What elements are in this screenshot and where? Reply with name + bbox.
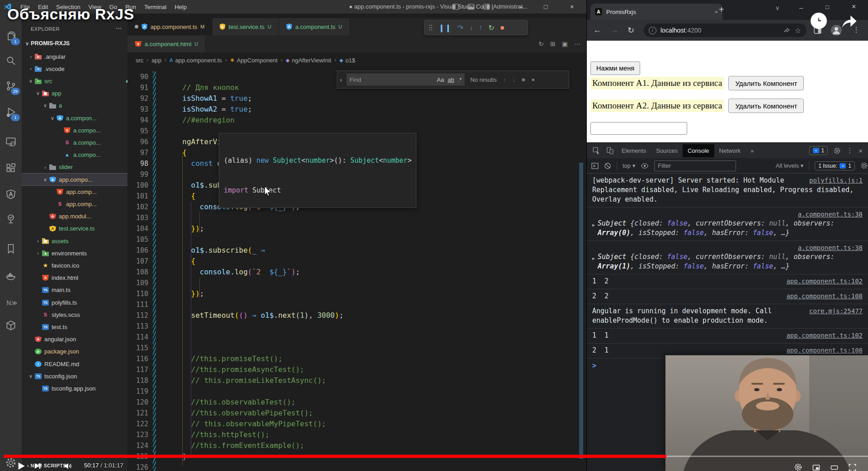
file-tree-item[interactable]: ▲a.compo...: [22, 149, 127, 161]
step-into-icon[interactable]: ↓: [469, 24, 473, 32]
code-line[interactable]: 124 //this.fromEventExample();: [127, 440, 580, 451]
video-progress-bar[interactable]: [4, 455, 666, 458]
click-me-button[interactable]: Нажми меня: [590, 61, 640, 75]
activity-extensions[interactable]: [0, 158, 22, 178]
file-tree-item[interactable]: ›▤assets: [22, 235, 127, 247]
regex-icon[interactable]: .*: [458, 76, 462, 83]
activity-package-explorer[interactable]: [0, 316, 22, 335]
editor-tab-a.component.html[interactable]: 5a.component.htmlU: [127, 35, 206, 52]
file-tree-item[interactable]: ∨Aa.compon...: [22, 112, 127, 124]
file-tree-item[interactable]: iREADME.md: [22, 358, 127, 370]
code-line[interactable]: 121 //this.observablePipeTest();: [127, 408, 580, 419]
address-bar[interactable]: i localhost:4200 ☆: [644, 24, 807, 37]
console-sidebar-icon[interactable]: [591, 162, 599, 170]
devtools-menu-icon[interactable]: ⋮: [846, 146, 853, 155]
code-line[interactable]: 113: [127, 321, 580, 332]
breadcrumb-item-src[interactable]: src: [136, 57, 143, 64]
code-line[interactable]: 123 //this.httpTest();: [127, 429, 580, 440]
timeline-icon[interactable]: ↻: [538, 40, 544, 47]
file-tree-item[interactable]: TStsconfig.app.json: [22, 382, 127, 394]
file-tree-item[interactable]: ∨TStsconfig.json: [22, 370, 127, 382]
devtools-tab-elements[interactable]: Elements: [617, 144, 651, 157]
more-actions-icon[interactable]: ⋯: [574, 40, 580, 47]
code-line[interactable]: 107 {: [127, 256, 580, 267]
log-levels-selector[interactable]: All levels ▾: [776, 162, 803, 169]
context-selector[interactable]: top ▾: [623, 162, 635, 169]
file-tree-item[interactable]: Sapp.comp...: [22, 198, 127, 210]
activity-nx-console[interactable]: N≫: [0, 293, 22, 313]
file-tree-item[interactable]: ∨Aapp.compo...: [22, 174, 127, 185]
delete-component-button[interactable]: Удалить Компонент: [728, 99, 804, 113]
split-editor-icon[interactable]: ⊞: [550, 40, 556, 47]
watch-later-icon[interactable]: [811, 13, 827, 29]
reload-icon[interactable]: ↻: [627, 25, 634, 35]
code-line[interactable]: 115: [127, 343, 580, 353]
file-tree-item[interactable]: 5a.compo...: [22, 124, 127, 136]
layout-customize-icon[interactable]: [483, 3, 490, 10]
file-tree-item[interactable]: ★favicon.ico: [22, 259, 127, 271]
miniplayer-icon[interactable]: [812, 463, 821, 471]
explorer-root-folder[interactable]: ∨PROMIS-RXJS: [22, 38, 127, 49]
breadcrumb-item-ngAfterViewInit[interactable]: ◆ngAfterViewInit: [286, 57, 331, 64]
devtools-tab-console[interactable]: Console: [683, 144, 714, 157]
file-tree-item[interactable]: ∨a●: [22, 100, 127, 112]
devtools-tab-network[interactable]: Network: [714, 144, 746, 157]
menu-help[interactable]: Help: [170, 4, 191, 10]
window-close-button[interactable]: ×: [564, 0, 580, 14]
console-filter-input[interactable]: Filter: [654, 160, 736, 171]
find-close-icon[interactable]: ×: [531, 76, 535, 83]
code-line[interactable]: 105: [127, 234, 580, 245]
expand-arrow-icon[interactable]: ▶: [592, 252, 595, 271]
file-tree-item[interactable]: ›▲environments: [22, 247, 127, 259]
code-line[interactable]: 118 // this.promiseLikeTestAsync();: [127, 375, 580, 386]
file-tree-item[interactable]: ∨‹›src●: [22, 75, 127, 87]
editor-tab-a.component.ts[interactable]: Aa.component.tsU: [279, 18, 350, 35]
code-line[interactable]: 106 o1$.subscribe(_ ⇒: [127, 245, 580, 256]
window-minimize-button[interactable]: –: [514, 0, 529, 14]
file-tree-item[interactable]: Aapp.modul...: [22, 211, 127, 222]
activity-explorer[interactable]: 1: [0, 26, 22, 46]
forward-icon[interactable]: →: [610, 25, 618, 35]
console-messages-badge[interactable]: ▪1: [809, 146, 828, 155]
code-line[interactable]: 111: [127, 299, 580, 310]
console-source-link[interactable]: core.mjs:25477: [809, 306, 863, 316]
activity-source-control[interactable]: 29: [0, 76, 22, 96]
device-toolbar-icon[interactable]: [606, 146, 614, 155]
code-line[interactable]: 94 //#endregion: [127, 115, 580, 126]
file-tree-item[interactable]: Aangular.json: [22, 334, 127, 345]
activity-remote-explorer[interactable]: [0, 132, 22, 152]
activity-docker[interactable]: [0, 266, 22, 286]
code-line[interactable]: 108 console.log(`2 ${_}`);: [127, 267, 580, 278]
code-line[interactable]: 126: [127, 462, 580, 471]
console-source-link[interactable]: a.component.ts:38: [798, 211, 863, 218]
text-input[interactable]: [590, 122, 687, 135]
find-in-selection-icon[interactable]: ≡: [522, 76, 525, 83]
code-line[interactable]: 114: [127, 332, 580, 343]
expand-arrow-icon[interactable]: ▶: [592, 219, 595, 238]
find-collapse-icon[interactable]: ›: [340, 76, 342, 83]
bookmark-star-icon[interactable]: ☆: [795, 26, 801, 35]
code-line[interactable]: 119: [127, 386, 580, 397]
file-tree-item[interactable]: Atest.service.ts: [22, 223, 127, 235]
file-tree-item[interactable]: 5index.html: [22, 272, 127, 284]
step-over-icon[interactable]: ↷: [458, 24, 463, 32]
editor-scrollbar[interactable]: [579, 163, 583, 459]
browser-close-button[interactable]: ×: [852, 3, 856, 11]
browser-minimize-button[interactable]: –: [799, 4, 803, 11]
file-tree-item[interactable]: ›A.angular: [22, 51, 127, 62]
window-maximize-button[interactable]: □: [538, 0, 553, 14]
code-line[interactable]: 103: [127, 212, 580, 223]
stop-icon[interactable]: ■: [500, 24, 504, 31]
video-progress-track[interactable]: [666, 456, 868, 457]
file-tree-item[interactable]: 5app.comp...: [22, 186, 127, 198]
site-info-icon[interactable]: i: [649, 27, 656, 34]
back-icon[interactable]: ←: [593, 25, 601, 35]
file-tree-item[interactable]: jspackage.json: [22, 346, 127, 358]
console-source-link[interactable]: a.component.ts:38: [798, 244, 863, 251]
devtools-settings-gear-icon[interactable]: [833, 147, 841, 155]
code-line[interactable]: 122 // this.observableMyPipeTest();: [127, 419, 580, 429]
menu-terminal[interactable]: Terminal: [140, 4, 170, 10]
toggle-panel-icon[interactable]: ▣: [562, 40, 568, 47]
console-source-link[interactable]: app.component.ts:102: [786, 277, 863, 286]
breadcrumb-item-o1$[interactable]: ◈o1$: [340, 57, 355, 64]
